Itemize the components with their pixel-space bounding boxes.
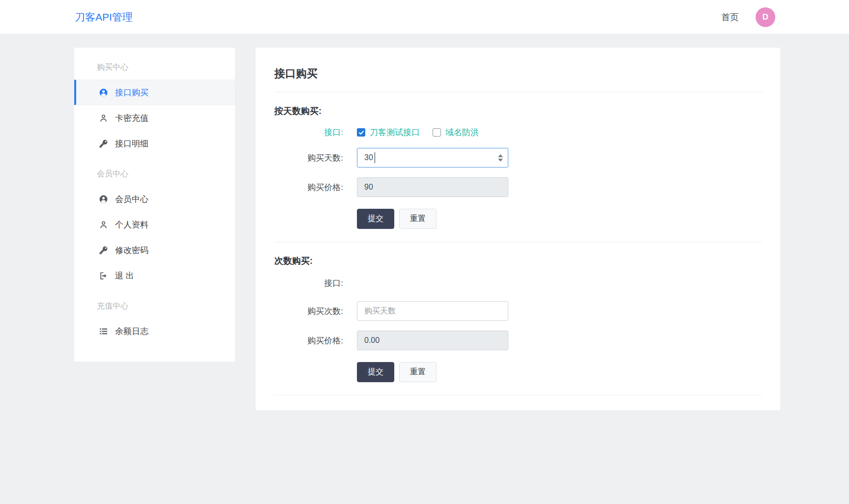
sidebar-section-recharge-center: 充值中心: [74, 288, 235, 318]
sidebar: 购买中心 接口购买 卡密充值 接口明细 会员中心 会员中心: [74, 48, 235, 362]
number-spinner[interactable]: [497, 148, 504, 168]
divider: [274, 242, 762, 242]
purchase-days-row: 购买天数:: [274, 148, 762, 168]
nav-home-link[interactable]: 首页: [721, 11, 739, 23]
sidebar-item-label: 卡密充值: [115, 112, 148, 124]
purchase-price-input: [357, 177, 508, 197]
sidebar-item-interface-detail[interactable]: 接口明细: [74, 131, 235, 156]
divider: [274, 395, 762, 395]
user-outline-icon: [99, 220, 108, 229]
user-outline-icon: [99, 113, 108, 123]
interface-purchase-card: 接口购买 按天数购买: 接口: 刀客测试接口 域名防洪 购买天数:: [256, 48, 780, 410]
sidebar-item-logout[interactable]: 退 出: [74, 263, 235, 288]
submit-button[interactable]: 提交: [357, 209, 394, 229]
logout-icon: [99, 271, 108, 280]
sidebar-item-label: 接口购买: [115, 87, 148, 98]
sidebar-item-interface-purchase[interactable]: 接口购买: [74, 80, 235, 105]
text-caret: [375, 152, 375, 163]
sidebar-section-purchase-center: 购买中心: [74, 50, 235, 80]
purchase-price-row: 购买价格:: [274, 177, 762, 197]
purchase-count-input[interactable]: [357, 301, 508, 321]
checkbox-checked-icon[interactable]: [357, 128, 365, 137]
reset-button-2[interactable]: 重置: [399, 362, 437, 382]
purchase-count-label: 购买次数:: [274, 306, 343, 317]
purchase-price-label: 购买价格:: [274, 182, 343, 193]
sidebar-item-label: 接口明细: [115, 138, 148, 149]
divider: [274, 92, 762, 92]
reset-button[interactable]: 重置: [399, 209, 437, 229]
spinner-up-icon[interactable]: [498, 154, 503, 157]
sidebar-item-profile[interactable]: 个人资料: [74, 212, 235, 237]
sidebar-item-label: 退 出: [115, 270, 134, 281]
sidebar-item-balance-log[interactable]: 余额日志: [74, 318, 235, 344]
avatar[interactable]: D: [756, 7, 775, 27]
sidebar-item-member-center[interactable]: 会员中心: [74, 186, 235, 212]
navbar: 刀客API管理 首页 D: [0, 0, 849, 34]
purchase-days-input[interactable]: [357, 148, 508, 168]
buy-by-days-heading: 按天数购买:: [274, 105, 762, 117]
checkbox-daoke-test-interface[interactable]: 刀客测试接口: [357, 127, 420, 138]
purchase-days-label: 购买天数:: [274, 152, 343, 164]
sidebar-section-member-center: 会员中心: [74, 156, 235, 186]
interface-select-row: 接口: 刀客测试接口 域名防洪: [274, 127, 762, 138]
sidebar-item-change-password[interactable]: 修改密码: [74, 237, 235, 263]
interface-label: 接口:: [274, 127, 343, 138]
purchase-price-row-2: 购买价格:: [274, 331, 762, 350]
submit-button-2[interactable]: 提交: [357, 362, 394, 382]
key-icon: [99, 246, 108, 255]
purchase-count-row: 购买次数:: [274, 301, 762, 321]
checkbox-domain-flood-control[interactable]: 域名防洪: [433, 127, 479, 138]
spinner-down-icon[interactable]: [498, 159, 503, 162]
checkbox-label: 刀客测试接口: [370, 127, 420, 138]
list-icon: [99, 327, 108, 336]
page-title: 接口购买: [274, 66, 762, 81]
user-circle-icon: [99, 88, 108, 97]
checkbox-label: 域名防洪: [445, 127, 479, 138]
purchase-price-label: 购买价格:: [274, 335, 343, 346]
purchase-price-input-2: [357, 331, 508, 350]
user-circle-icon: [99, 195, 108, 204]
sidebar-item-label: 修改密码: [115, 245, 148, 256]
checkbox-unchecked-icon[interactable]: [433, 128, 441, 137]
brand-title[interactable]: 刀客API管理: [75, 10, 133, 24]
interface-select-row-2: 接口:: [274, 277, 762, 289]
sidebar-item-label: 会员中心: [115, 194, 148, 205]
key-icon: [99, 139, 108, 148]
sidebar-item-label: 个人资料: [115, 219, 148, 230]
buy-by-count-heading: 次数购买:: [274, 255, 762, 267]
sidebar-item-card-recharge[interactable]: 卡密充值: [74, 105, 235, 131]
sidebar-item-label: 余额日志: [115, 326, 148, 337]
interface-label: 接口:: [274, 278, 343, 289]
